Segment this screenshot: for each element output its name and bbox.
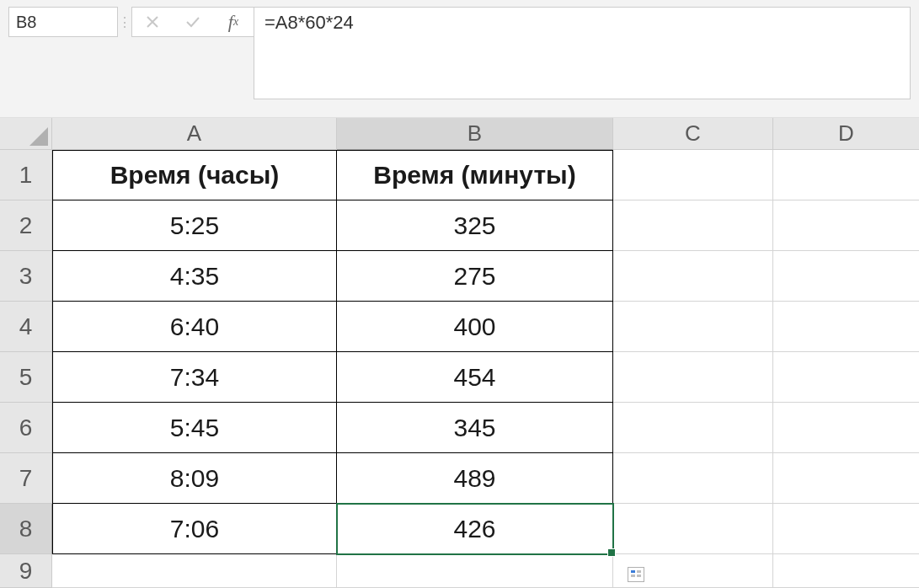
cell-A8[interactable]: 7:06 <box>52 504 337 554</box>
cell-A1[interactable]: Время (часы) <box>52 150 337 200</box>
cell-C7[interactable] <box>613 453 773 504</box>
cell-B8-value: 426 <box>453 515 495 543</box>
cell-C6[interactable] <box>613 403 773 453</box>
cell-B8[interactable]: 426 <box>337 504 613 554</box>
row-header-3[interactable]: 3 <box>0 251 52 302</box>
row-header-5[interactable]: 5 <box>0 352 52 403</box>
cell-B3[interactable]: 275 <box>337 251 613 302</box>
select-all-triangle[interactable] <box>0 118 52 150</box>
cell-C2[interactable] <box>613 200 773 251</box>
cell-C4[interactable] <box>613 302 773 352</box>
row-header-9[interactable]: 9 <box>0 554 52 588</box>
cell-D4[interactable] <box>773 302 919 352</box>
column-header-A[interactable]: A <box>52 118 337 150</box>
cell-C1[interactable] <box>613 150 773 200</box>
row-header-1[interactable]: 1 <box>0 150 52 200</box>
cell-B2[interactable]: 325 <box>337 200 613 251</box>
splitter-grip[interactable]: ⋮ <box>118 7 131 37</box>
formula-bar-area: ⋮ fx <box>0 0 919 118</box>
formula-input[interactable] <box>263 11 901 35</box>
cell-A7[interactable]: 8:09 <box>52 453 337 504</box>
cell-B9[interactable] <box>337 554 613 588</box>
cell-A6[interactable]: 5:45 <box>52 403 337 453</box>
cell-C5[interactable] <box>613 352 773 403</box>
cell-B4[interactable]: 400 <box>337 302 613 352</box>
formula-input-wrap[interactable] <box>254 7 911 99</box>
cell-B7[interactable]: 489 <box>337 453 613 504</box>
cell-D5[interactable] <box>773 352 919 403</box>
insert-function-button[interactable]: fx <box>213 8 254 36</box>
svg-rect-0 <box>631 570 635 573</box>
formula-actions: fx <box>131 7 254 37</box>
svg-rect-2 <box>631 575 635 577</box>
confirm-formula-button[interactable] <box>173 8 213 36</box>
cell-C3[interactable] <box>613 251 773 302</box>
row-header-4[interactable]: 4 <box>0 302 52 352</box>
cell-C8[interactable] <box>613 504 773 554</box>
column-header-B[interactable]: B <box>337 118 613 150</box>
cell-A2[interactable]: 5:25 <box>52 200 337 251</box>
cell-D1[interactable] <box>773 150 919 200</box>
cell-D2[interactable] <box>773 200 919 251</box>
cell-D6[interactable] <box>773 403 919 453</box>
row-header-2[interactable]: 2 <box>0 200 52 251</box>
column-header-D[interactable]: D <box>773 118 919 150</box>
cancel-formula-button[interactable] <box>132 8 173 36</box>
cell-D3[interactable] <box>773 251 919 302</box>
column-header-C[interactable]: C <box>613 118 773 150</box>
cell-A9[interactable] <box>52 554 337 588</box>
cell-B6[interactable]: 345 <box>337 403 613 453</box>
cell-D9[interactable] <box>773 554 919 588</box>
svg-rect-1 <box>637 570 641 573</box>
svg-rect-3 <box>637 575 641 577</box>
cell-A4[interactable]: 6:40 <box>52 302 337 352</box>
autofill-options-button[interactable] <box>628 567 644 582</box>
cell-A3[interactable]: 4:35 <box>52 251 337 302</box>
name-box[interactable] <box>8 7 118 37</box>
cell-B5[interactable]: 454 <box>337 352 613 403</box>
column-headers: A B C D <box>0 118 919 150</box>
row-header-6[interactable]: 6 <box>0 403 52 453</box>
spreadsheet-grid: A B C D 1 Время (часы) Время (минуты) 2 … <box>0 118 919 588</box>
cell-B1[interactable]: Время (минуты) <box>337 150 613 200</box>
row-header-8[interactable]: 8 <box>0 504 52 554</box>
cell-D7[interactable] <box>773 453 919 504</box>
cell-D8[interactable] <box>773 504 919 554</box>
cell-A5[interactable]: 7:34 <box>52 352 337 403</box>
row-header-7[interactable]: 7 <box>0 453 52 504</box>
